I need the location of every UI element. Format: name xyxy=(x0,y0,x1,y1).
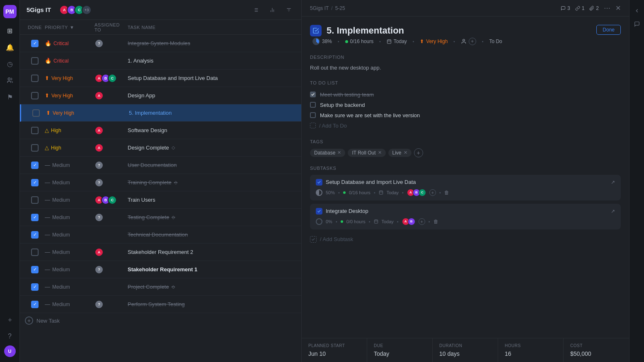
list-view-icon[interactable] xyxy=(250,4,261,16)
table-row[interactable]: — Medium ? Stakeholder Requirement 1 xyxy=(20,261,301,278)
task-checkbox-8[interactable] xyxy=(31,162,39,169)
task-checkbox-12[interactable] xyxy=(31,231,39,239)
attachments-stat[interactable]: 2 xyxy=(589,5,599,11)
table-row[interactable]: — Medium ? Training Complete ◇ xyxy=(20,174,301,191)
task-checkbox-1[interactable] xyxy=(31,40,39,47)
stat-planned-start-value: Jun 10 xyxy=(308,350,360,357)
table-row[interactable]: — Medium Project Complete ◇ xyxy=(20,278,301,296)
todo-item-2[interactable]: Setup the backend xyxy=(310,100,621,110)
done-button[interactable]: Done xyxy=(596,25,621,35)
table-row[interactable]: — Medium Technical Documentation xyxy=(20,226,301,244)
subtask-2-external-link[interactable]: ↗ xyxy=(611,208,615,214)
sidebar-item-clock[interactable]: ◷ xyxy=(2,56,17,71)
todo-item-1[interactable]: Meet with testing team xyxy=(310,89,621,100)
more-options-icon[interactable]: ⋯ xyxy=(604,4,610,12)
table-row[interactable]: △ High A Design Complete ◇ xyxy=(20,139,301,157)
priority-meta[interactable]: ⬆ Very High xyxy=(417,37,450,46)
add-project-icon[interactable]: ＋ xyxy=(2,312,17,327)
add-todo-placeholder: / Add To Do xyxy=(319,123,347,129)
task-checkbox-7[interactable] xyxy=(31,144,39,152)
tag-database[interactable]: Database ✕ xyxy=(310,149,345,157)
breadcrumb-project[interactable]: 5Gigs IT xyxy=(310,5,329,11)
task-checkbox-3[interactable] xyxy=(31,75,39,82)
table-row[interactable]: 🔥 Critical ? Integrate System Modules xyxy=(20,35,301,52)
new-task-row[interactable]: + New Task xyxy=(20,313,301,328)
todo-checkbox-3[interactable] xyxy=(310,112,316,118)
collapse-panel-icon[interactable] xyxy=(631,5,643,17)
col-priority-label[interactable]: PRIORITY ▼ xyxy=(45,25,94,30)
tag-database-close[interactable]: ✕ xyxy=(337,150,341,155)
help-icon[interactable]: ? xyxy=(2,329,17,344)
table-row[interactable]: — Medium ? User Documentation xyxy=(20,157,301,174)
table-row[interactable]: — Medium A B C Train Users xyxy=(20,191,301,209)
subtask-1-external-link[interactable]: ↗ xyxy=(611,179,615,185)
close-button[interactable]: ✕ xyxy=(615,4,621,12)
task-checkbox-6[interactable] xyxy=(31,127,39,134)
subtask-1-add-assignee[interactable]: + xyxy=(429,189,436,196)
tag-live-close[interactable]: ✕ xyxy=(404,150,407,155)
subtask-1-checkbox[interactable] xyxy=(316,179,322,186)
assignee-meta[interactable]: + xyxy=(458,36,479,46)
table-row[interactable]: — Medium ? Perform System Testing xyxy=(20,296,301,313)
user-avatar-icon[interactable]: U xyxy=(4,345,16,357)
stat-due-value: Today xyxy=(374,350,426,357)
table-row[interactable]: 🔥 Critical 1. Analysis xyxy=(20,52,301,70)
table-row[interactable]: ⬆ Very High A B C Setup Database and Imp… xyxy=(20,70,301,87)
sidebar-item-home[interactable]: ⊞ xyxy=(2,23,17,38)
priority-meta-value: Very High xyxy=(426,39,448,44)
task-checkbox-16[interactable] xyxy=(31,301,39,308)
add-subtask-row[interactable]: / Add Subtask xyxy=(310,233,621,246)
avatar-cell-9: ? xyxy=(94,178,128,187)
filter-icon[interactable] xyxy=(283,4,295,16)
progress-circle-icon xyxy=(312,38,320,45)
table-row[interactable]: ⬆ Very High 5. Implementation xyxy=(20,104,301,122)
task-name-5: 5. Implementation xyxy=(129,110,296,116)
breadcrumb-task-id[interactable]: 5-25 xyxy=(335,5,345,11)
stat-duration-label: DURATION xyxy=(439,343,491,348)
todo-checkbox-1[interactable] xyxy=(310,92,316,97)
task-checkbox-9[interactable] xyxy=(31,179,39,186)
subtask-2-delete-icon[interactable]: 🗑 xyxy=(433,219,438,224)
subtask-1[interactable]: Setup Database and Import Live Data ↗ 50… xyxy=(310,175,621,200)
subtask-2-add-assignee[interactable]: + xyxy=(419,218,425,225)
hours-meta[interactable]: 0/16 hours xyxy=(343,37,376,46)
sidebar-item-notifications[interactable]: 🔔 xyxy=(2,40,17,55)
progress-meta[interactable]: 38% xyxy=(310,36,334,46)
task-checkbox-11[interactable] xyxy=(31,214,39,221)
add-todo-row[interactable]: / Add To Do xyxy=(310,121,621,131)
subtask-2[interactable]: Integrate Desktop ↗ 0% • 0/0 hours • To xyxy=(310,204,621,229)
task-checkbox-2[interactable] xyxy=(31,57,39,65)
tag-it-roll-out[interactable]: IT Roll Out ✕ xyxy=(348,149,385,157)
task-checkbox-10[interactable] xyxy=(31,196,39,204)
todo-checkbox-2[interactable] xyxy=(310,102,316,108)
task-checkbox-5[interactable] xyxy=(32,109,40,117)
add-tag-button[interactable]: + xyxy=(414,148,423,157)
task-checkbox-4[interactable] xyxy=(31,92,39,99)
comments-stat[interactable]: 3 xyxy=(561,5,570,11)
side-comments-icon[interactable] xyxy=(631,18,643,30)
sidebar-item-users[interactable] xyxy=(2,73,17,88)
app-logo[interactable]: PM xyxy=(3,5,17,18)
add-assignee-icon[interactable]: + xyxy=(469,38,476,45)
priority-badge-11: — Medium xyxy=(45,214,94,220)
task-checkbox-14[interactable] xyxy=(31,266,39,273)
tag-it-roll-out-close[interactable]: ✕ xyxy=(378,150,382,155)
table-row[interactable]: △ High A Software Design xyxy=(20,122,301,139)
task-checkbox-13[interactable] xyxy=(31,249,39,256)
table-row[interactable]: ⬆ Very High A Design App xyxy=(20,87,301,104)
task-name-11: Testing Complete ◇ xyxy=(128,214,296,220)
date-meta[interactable]: Today xyxy=(384,37,409,46)
sidebar-item-flag[interactable]: ⚑ xyxy=(2,89,17,104)
todo-item-3[interactable]: Make sure we are set with the live versi… xyxy=(310,110,621,121)
chart-view-icon[interactable] xyxy=(266,4,278,16)
task-checkbox-15[interactable] xyxy=(31,283,39,291)
table-row[interactable]: — Medium A Stakeholder Requirement 2 xyxy=(20,244,301,261)
subtask-1-title-row: Setup Database and Import Live Data ↗ xyxy=(316,179,615,186)
status-meta[interactable]: To Do xyxy=(487,37,504,46)
meta-separator-4: • xyxy=(453,39,455,44)
subtask-2-checkbox[interactable] xyxy=(316,208,322,215)
links-stat[interactable]: 1 xyxy=(575,5,585,11)
table-row[interactable]: — Medium ? Testing Complete ◇ xyxy=(20,209,301,226)
subtask-1-delete-icon[interactable]: 🗑 xyxy=(444,190,449,195)
tag-live[interactable]: Live ✕ xyxy=(388,149,412,157)
